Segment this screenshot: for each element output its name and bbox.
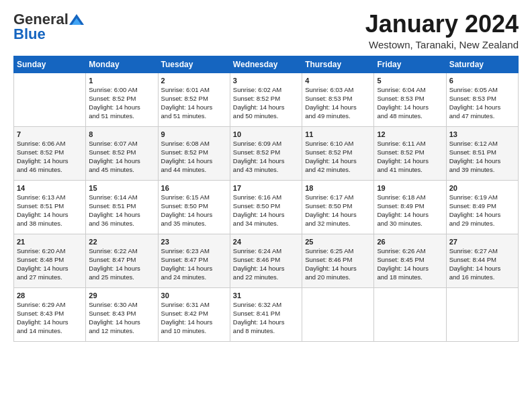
calendar-cell: 8Sunrise: 6:07 AMSunset: 8:52 PMDaylight… xyxy=(86,126,158,180)
calendar-cell: 11Sunrise: 6:10 AMSunset: 8:52 PMDayligh… xyxy=(302,126,374,180)
cell-text: and 34 minutes. xyxy=(233,220,299,228)
calendar-cell: 1Sunrise: 6:00 AMSunset: 8:52 PMDaylight… xyxy=(86,73,158,126)
cell-text: Sunset: 8:52 PM xyxy=(161,148,227,157)
cell-text: Sunrise: 6:32 AM xyxy=(233,301,299,310)
calendar-cell: 6Sunrise: 6:05 AMSunset: 8:53 PMDaylight… xyxy=(446,73,518,126)
day-number: 3 xyxy=(233,76,299,86)
day-number: 28 xyxy=(17,291,83,301)
cell-text: Sunset: 8:52 PM xyxy=(17,148,83,157)
cell-text: Sunrise: 6:29 AM xyxy=(17,301,83,310)
cell-text: Daylight: 14 hours xyxy=(449,103,515,112)
cell-text: Sunset: 8:42 PM xyxy=(161,310,227,318)
cell-text: Sunset: 8:53 PM xyxy=(377,95,443,103)
cell-text: Sunset: 8:46 PM xyxy=(233,256,299,265)
day-number: 11 xyxy=(305,130,371,140)
cell-text: and 10 minutes. xyxy=(161,327,227,336)
cell-text: Daylight: 14 hours xyxy=(161,318,227,327)
cell-text: and 51 minutes. xyxy=(89,112,154,121)
cell-text: Daylight: 14 hours xyxy=(17,265,83,273)
cell-text: Daylight: 14 hours xyxy=(89,157,154,166)
calendar-cell: 31Sunrise: 6:32 AMSunset: 8:41 PMDayligh… xyxy=(230,287,302,341)
calendar-cell: 7Sunrise: 6:06 AMSunset: 8:52 PMDaylight… xyxy=(14,126,86,180)
cell-text: Sunrise: 6:10 AM xyxy=(305,140,371,148)
day-number: 8 xyxy=(89,130,154,140)
cell-text: Sunset: 8:51 PM xyxy=(17,202,83,211)
cell-text: Sunrise: 6:20 AM xyxy=(17,247,83,256)
cell-text: Sunrise: 6:25 AM xyxy=(305,247,371,256)
cell-text: Daylight: 14 hours xyxy=(377,211,443,220)
cell-text: Sunrise: 6:02 AM xyxy=(233,86,299,95)
calendar-cell: 27Sunrise: 6:27 AMSunset: 8:44 PMDayligh… xyxy=(446,234,518,287)
cell-text: Sunrise: 6:03 AM xyxy=(305,86,371,95)
day-number: 2 xyxy=(161,76,227,86)
cell-text: Sunset: 8:52 PM xyxy=(305,148,371,157)
cell-text: Sunset: 8:51 PM xyxy=(449,148,515,157)
cell-text: Sunrise: 6:15 AM xyxy=(161,193,227,202)
calendar-cell: 28Sunrise: 6:29 AMSunset: 8:43 PMDayligh… xyxy=(14,287,86,341)
cell-text: and 41 minutes. xyxy=(377,166,443,175)
cell-text: and 12 minutes. xyxy=(89,327,154,336)
cell-text: Daylight: 14 hours xyxy=(89,103,154,112)
cell-text: Daylight: 14 hours xyxy=(233,157,299,166)
month-title: January 2024 xyxy=(365,11,519,38)
cell-text: Daylight: 14 hours xyxy=(377,103,443,112)
calendar-cell: 29Sunrise: 6:30 AMSunset: 8:43 PMDayligh… xyxy=(86,287,158,341)
calendar-cell: 16Sunrise: 6:15 AMSunset: 8:50 PMDayligh… xyxy=(158,180,230,234)
cell-text: Daylight: 14 hours xyxy=(305,157,371,166)
cell-text: Sunrise: 6:06 AM xyxy=(17,140,83,148)
cell-text: Daylight: 14 hours xyxy=(89,265,154,273)
calendar-cell: 21Sunrise: 6:20 AMSunset: 8:48 PMDayligh… xyxy=(14,234,86,287)
cell-text: and 49 minutes. xyxy=(305,112,371,121)
day-header-wednesday: Wednesday xyxy=(230,56,302,73)
cell-text: and 36 minutes. xyxy=(89,220,154,228)
day-number: 13 xyxy=(449,130,515,140)
day-number: 25 xyxy=(305,237,371,247)
day-number: 29 xyxy=(89,291,154,301)
cell-text: Daylight: 14 hours xyxy=(233,103,299,112)
cell-text: Daylight: 14 hours xyxy=(161,157,227,166)
calendar-cell: 9Sunrise: 6:08 AMSunset: 8:52 PMDaylight… xyxy=(158,126,230,180)
cell-text: Daylight: 14 hours xyxy=(449,157,515,166)
cell-text: Sunset: 8:51 PM xyxy=(89,202,154,211)
cell-text: Daylight: 14 hours xyxy=(89,318,154,327)
week-row-2: 7Sunrise: 6:06 AMSunset: 8:52 PMDaylight… xyxy=(14,126,519,180)
cell-text: Sunset: 8:43 PM xyxy=(89,310,154,318)
calendar-cell: 15Sunrise: 6:14 AMSunset: 8:51 PMDayligh… xyxy=(86,180,158,234)
cell-text: and 45 minutes. xyxy=(89,166,154,175)
cell-text: Sunrise: 6:17 AM xyxy=(305,193,371,202)
cell-text: Sunrise: 6:11 AM xyxy=(377,140,443,148)
page: General Blue January 2024 Westown, Taran… xyxy=(0,0,532,349)
cell-text: Daylight: 14 hours xyxy=(449,211,515,220)
cell-text: and 24 minutes. xyxy=(161,273,227,282)
cell-text: Daylight: 14 hours xyxy=(161,211,227,220)
logo: General Blue xyxy=(13,11,85,43)
day-number: 30 xyxy=(161,291,227,301)
cell-text: Daylight: 14 hours xyxy=(233,318,299,327)
cell-text: Sunset: 8:41 PM xyxy=(233,310,299,318)
cell-text: Daylight: 14 hours xyxy=(89,211,154,220)
cell-text: Sunset: 8:52 PM xyxy=(89,148,154,157)
cell-text: and 43 minutes. xyxy=(233,166,299,175)
cell-text: and 39 minutes. xyxy=(449,166,515,175)
cell-text: Daylight: 14 hours xyxy=(377,265,443,273)
cell-text: Sunrise: 6:18 AM xyxy=(377,193,443,202)
calendar-cell xyxy=(446,287,518,341)
calendar-cell xyxy=(302,287,374,341)
cell-text: Sunset: 8:50 PM xyxy=(233,202,299,211)
calendar-cell: 19Sunrise: 6:18 AMSunset: 8:49 PMDayligh… xyxy=(374,180,446,234)
day-number: 31 xyxy=(233,291,299,301)
cell-text: Sunrise: 6:13 AM xyxy=(17,193,83,202)
day-number: 9 xyxy=(161,130,227,140)
cell-text: Daylight: 14 hours xyxy=(233,211,299,220)
day-number: 19 xyxy=(377,183,443,193)
cell-text: Sunset: 8:52 PM xyxy=(89,95,154,103)
calendar-cell: 25Sunrise: 6:25 AMSunset: 8:46 PMDayligh… xyxy=(302,234,374,287)
calendar-cell: 13Sunrise: 6:12 AMSunset: 8:51 PMDayligh… xyxy=(446,126,518,180)
day-number: 21 xyxy=(17,237,83,247)
calendar-cell: 3Sunrise: 6:02 AMSunset: 8:52 PMDaylight… xyxy=(230,73,302,126)
day-number: 12 xyxy=(377,130,443,140)
cell-text: Daylight: 14 hours xyxy=(17,157,83,166)
cell-text: Sunrise: 6:19 AM xyxy=(449,193,515,202)
cell-text: and 32 minutes. xyxy=(305,220,371,228)
cell-text: Daylight: 14 hours xyxy=(305,211,371,220)
